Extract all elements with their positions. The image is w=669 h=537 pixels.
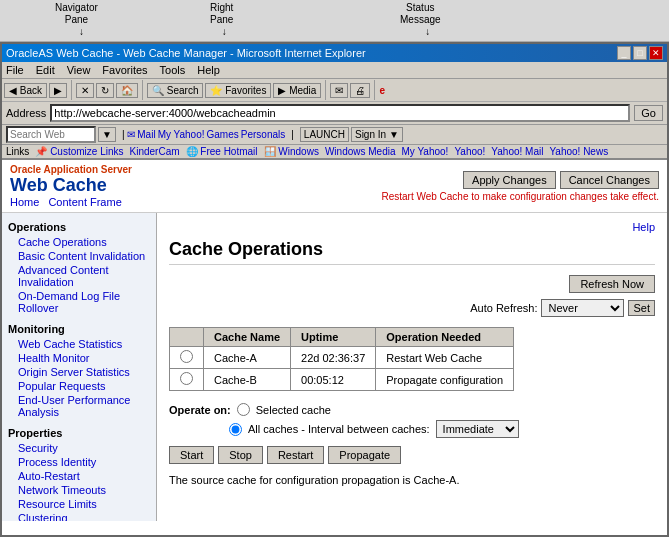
- link-yahoo2[interactable]: Yahoo!: [454, 146, 485, 157]
- search-button[interactable]: 🔍 Search: [147, 83, 203, 98]
- sidebar-item-network-timeouts[interactable]: Network Timeouts: [2, 483, 156, 497]
- sidebar-item-process-identity[interactable]: Process Identity: [2, 455, 156, 469]
- cache-name-a: Cache-A: [204, 347, 291, 369]
- menu-view[interactable]: View: [67, 64, 91, 76]
- toolbar-separator: [71, 80, 72, 100]
- forward-button[interactable]: ▶: [49, 83, 67, 98]
- link-yahoomail[interactable]: Yahoo! Mail: [491, 146, 543, 157]
- table-row: Cache-B 00:05:12 Propagate configuration: [170, 369, 514, 391]
- set-button[interactable]: Set: [628, 300, 655, 316]
- title-bar: OracleAS Web Cache - Web Cache Manager -…: [2, 44, 667, 62]
- menu-tools[interactable]: Tools: [160, 64, 186, 76]
- refresh-row: Refresh Now: [169, 275, 655, 293]
- operate-all-label: All caches - Interval between caches:: [248, 423, 430, 435]
- menu-help[interactable]: Help: [197, 64, 220, 76]
- address-input[interactable]: [50, 104, 630, 122]
- help-link[interactable]: Help: [169, 221, 655, 233]
- sidebar-item-security[interactable]: Security: [2, 441, 156, 455]
- operation-b: Propagate configuration: [376, 369, 514, 391]
- sidebar-item-webcache-stats[interactable]: Web Cache Statistics: [2, 337, 156, 351]
- link-yahoo[interactable]: My Yahoo!: [158, 129, 205, 140]
- restart-button[interactable]: Restart: [267, 446, 324, 464]
- sidebar-item-cache-operations[interactable]: Cache Operations: [2, 235, 156, 249]
- cancel-changes-button[interactable]: Cancel Changes: [560, 171, 659, 189]
- minimize-button[interactable]: _: [617, 46, 631, 60]
- media-button[interactable]: ▶ Media: [273, 83, 321, 98]
- start-button[interactable]: Start: [169, 446, 214, 464]
- auto-refresh-label: Auto Refresh:: [470, 302, 537, 314]
- radio-selected-cache[interactable]: [237, 403, 250, 416]
- propagate-button[interactable]: Propagate: [328, 446, 401, 464]
- stop-button[interactable]: Stop: [218, 446, 263, 464]
- link-windows[interactable]: 🪟 Windows: [264, 146, 319, 157]
- oas-header: Oracle Application Server Web Cache Home…: [2, 160, 667, 213]
- annotation-bar: Navigator Pane ↓ Right Pane ↓ Status Mes…: [0, 0, 669, 42]
- row-radio-a[interactable]: [170, 347, 204, 369]
- sidebar: Operations Cache Operations Basic Conten…: [2, 213, 157, 521]
- menu-file[interactable]: File: [6, 64, 24, 76]
- maximize-button[interactable]: □: [633, 46, 647, 60]
- menu-favorites[interactable]: Favorites: [102, 64, 147, 76]
- mail-button[interactable]: ✉: [330, 83, 348, 98]
- home-link[interactable]: Home: [10, 196, 39, 208]
- operate-on-label: Operate on:: [169, 404, 231, 416]
- refresh-now-button[interactable]: Refresh Now: [569, 275, 655, 293]
- link-games[interactable]: Games: [207, 129, 239, 140]
- content-frame-link[interactable]: Content Frame: [48, 196, 121, 208]
- stop-button[interactable]: ✕: [76, 83, 94, 98]
- print-button[interactable]: 🖨: [350, 83, 370, 98]
- radio-cache-a[interactable]: [180, 350, 193, 363]
- interval-select[interactable]: Immediate 30 seconds 1 minute: [436, 420, 519, 438]
- favorites-button[interactable]: ⭐ Favorites: [205, 83, 271, 98]
- radio-cache-b[interactable]: [180, 372, 193, 385]
- sidebar-item-health-monitor[interactable]: Health Monitor: [2, 351, 156, 365]
- ie-toolbar: ◀ Back ▶ ✕ ↻ 🏠 🔍 Search ⭐ Favorites ▶ Me…: [2, 79, 667, 102]
- sidebar-item-clustering[interactable]: Clustering: [2, 511, 156, 521]
- sidebar-item-origin-stats[interactable]: Origin Server Statistics: [2, 365, 156, 379]
- launch-button[interactable]: LAUNCH: [300, 127, 349, 142]
- link-personals[interactable]: Personals: [241, 129, 285, 140]
- apply-changes-button[interactable]: Apply Changes: [463, 171, 556, 189]
- close-button[interactable]: ✕: [649, 46, 663, 60]
- link-customize[interactable]: 📌 Customize Links: [35, 146, 123, 157]
- sidebar-item-auto-restart[interactable]: Auto-Restart: [2, 469, 156, 483]
- right-pane: Help Cache Operations Refresh Now Auto R…: [157, 213, 667, 521]
- link-myyahoo[interactable]: My Yahoo!: [402, 146, 449, 157]
- sidebar-item-basic-invalidation[interactable]: Basic Content Invalidation: [2, 249, 156, 263]
- ie-logo: e: [379, 85, 385, 96]
- sidebar-item-advanced-invalidation[interactable]: Advanced Content Invalidation: [2, 263, 156, 289]
- sidebar-item-enduser-perf[interactable]: End-User Performance Analysis: [2, 393, 156, 419]
- link-yahoonews[interactable]: Yahoo! News: [549, 146, 608, 157]
- search-go-button[interactable]: ▼: [98, 127, 116, 142]
- home-button[interactable]: 🏠: [116, 83, 138, 98]
- uptime-b: 00:05:12: [291, 369, 376, 391]
- col-header-uptime: Uptime: [291, 328, 376, 347]
- sidebar-item-resource-limits[interactable]: Resource Limits: [2, 497, 156, 511]
- link-hotmail[interactable]: 🌐 Free Hotmail: [186, 146, 258, 157]
- sidebar-item-popular-requests[interactable]: Popular Requests: [2, 379, 156, 393]
- operate-all-row: All caches - Interval between caches: Im…: [229, 420, 655, 438]
- sidebar-item-log-rollover[interactable]: On-Demand Log File Rollover: [2, 289, 156, 315]
- menu-edit[interactable]: Edit: [36, 64, 55, 76]
- cache-name-b: Cache-B: [204, 369, 291, 391]
- toolbar-separator-4: [374, 80, 375, 100]
- link-winmedia[interactable]: Windows Media: [325, 146, 396, 157]
- sign-in-button[interactable]: Sign In ▼: [351, 127, 403, 142]
- browser-window: OracleAS Web Cache - Web Cache Manager -…: [0, 42, 669, 537]
- back-button[interactable]: ◀ Back: [4, 83, 47, 98]
- brand-name: Web Cache: [10, 175, 132, 196]
- annotation-right-pane: Right Pane ↓: [210, 2, 233, 37]
- go-button[interactable]: Go: [634, 105, 663, 121]
- row-radio-b[interactable]: [170, 369, 204, 391]
- auto-refresh-select[interactable]: Never 30 seconds 1 minute 5 minutes: [541, 299, 624, 317]
- status-message: Restart Web Cache to make configuration …: [381, 191, 659, 202]
- operations-section-title: Operations: [2, 217, 156, 235]
- address-label: Address: [6, 107, 46, 119]
- search-input[interactable]: [6, 126, 96, 143]
- radio-all-caches[interactable]: [229, 423, 242, 436]
- refresh-toolbar-button[interactable]: ↻: [96, 83, 114, 98]
- link-mail[interactable]: ✉ Mail: [127, 129, 156, 140]
- link-kindercam[interactable]: KinderCam: [130, 146, 180, 157]
- oas-nav-links: Home Content Frame: [10, 196, 132, 208]
- uptime-a: 22d 02:36:37: [291, 347, 376, 369]
